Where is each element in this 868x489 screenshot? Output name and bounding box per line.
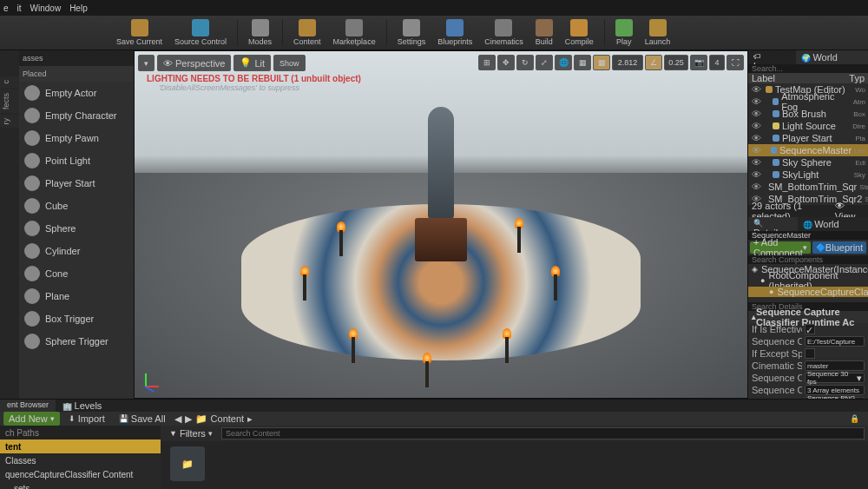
menu-file[interactable]: e xyxy=(3,3,9,13)
component-runtime[interactable]: ● SequenceCaptureClassifierRuntime xyxy=(748,287,868,297)
lit-dropdown[interactable]: 💡Lit xyxy=(233,55,271,71)
menu-bar: e it Window Help xyxy=(0,0,868,16)
actor-empty-character[interactable]: Empty Character xyxy=(19,104,134,127)
outliner-row[interactable]: 👁SM_BottomTrim_SqrStat xyxy=(748,181,868,193)
tab-levels[interactable]: 🏢 Levels xyxy=(56,400,108,412)
maximize-viewport-icon[interactable]: ⛶ xyxy=(727,55,744,70)
tab-world-outliner[interactable]: 🌍 World Outlin xyxy=(796,50,868,64)
tab-world-settings[interactable]: 🌐 World Settin xyxy=(798,217,868,231)
outliner-row[interactable]: 👁Atmospheric FogAtm xyxy=(748,96,868,108)
menu-window[interactable]: Window xyxy=(30,3,62,13)
actor-cube[interactable]: Cube xyxy=(19,195,134,217)
place-tab-placed[interactable]: Placed xyxy=(19,66,134,82)
main-toolbar: Save CurrentSource ControlModesContentMa… xyxy=(0,16,868,50)
rotate-mode-icon[interactable]: ↻ xyxy=(516,55,534,70)
surface-snap-icon[interactable]: ▦ xyxy=(574,55,591,70)
angle-snap-icon[interactable]: ∠ xyxy=(645,55,662,70)
toolbar-source-control[interactable]: Source Control xyxy=(171,17,230,50)
content-search-input[interactable] xyxy=(221,427,865,439)
source-tree-item[interactable]: Classes xyxy=(0,453,161,467)
outliner-row[interactable]: 👁Light SourceDire xyxy=(748,120,868,132)
place-tab-classes[interactable]: asses xyxy=(19,50,134,66)
actor-box-trigger[interactable]: Box Trigger xyxy=(19,307,134,330)
toolbar-settings[interactable]: Settings xyxy=(394,17,430,50)
components-search-input[interactable] xyxy=(748,255,868,264)
select-mode-icon[interactable]: ⊞ xyxy=(478,55,496,70)
lighting-rebuild-warning: LIGHTING NEEDS TO BE REBUILT (1 unbuilt … xyxy=(147,74,361,83)
menu-help[interactable]: Help xyxy=(69,3,88,13)
toolbar-cinematics[interactable]: Cinematics xyxy=(481,17,527,50)
outliner-header-type[interactable]: Typ xyxy=(849,73,865,83)
toolbar-play[interactable]: Play xyxy=(612,17,636,50)
toolbar-modes[interactable]: Modes xyxy=(245,17,275,50)
outliner-row[interactable]: 👁Sky SphereEdi xyxy=(748,156,868,169)
lock-icon[interactable]: 🔒 xyxy=(845,413,865,425)
blueprint-button[interactable]: 🔷 Blueprint xyxy=(812,241,866,254)
tab-content-browser[interactable]: ent Browser xyxy=(0,400,56,412)
save-all-button[interactable]: 💾 Save All xyxy=(114,412,171,426)
perspective-dropdown[interactable]: 👁Perspective xyxy=(157,55,231,71)
outliner-header-label[interactable]: Label xyxy=(752,73,775,83)
viewport[interactable]: ▾ 👁Perspective 💡Lit Show ⊞ ✥ ↻ ⤢ 🌐 ▦ ▦ 2… xyxy=(134,50,748,399)
path-folder-icon: 📁 xyxy=(195,413,207,425)
actor-sphere-trigger[interactable]: Sphere Trigger xyxy=(19,330,134,353)
breadcrumb-arrow-icon[interactable]: ▸ xyxy=(247,413,253,425)
path-fwd-icon[interactable]: ▶ xyxy=(185,413,192,425)
scale-mode-icon[interactable]: ⤢ xyxy=(536,55,553,70)
outliner-search-input[interactable] xyxy=(748,64,868,73)
property-value[interactable]: E:/Test/Capture xyxy=(805,336,865,347)
right-panel: 🏷 Layers 🌍 World Outlin LabelTyp 👁TestMa… xyxy=(748,50,868,399)
source-tree-item[interactable]: quenceCaptureClassifier Content xyxy=(0,467,161,481)
sources-search[interactable]: ch Paths xyxy=(0,426,161,439)
checkbox[interactable] xyxy=(805,348,815,359)
property-value[interactable]: Sequence 30 fps ▾ xyxy=(805,373,865,383)
import-button[interactable]: ⬇ Import xyxy=(63,412,110,426)
translate-mode-icon[interactable]: ✥ xyxy=(497,55,515,70)
filters-dropdown[interactable]: ▼ Filters ▾ xyxy=(164,426,218,440)
source-tree-item[interactable]: sets xyxy=(0,481,161,489)
outliner-row[interactable]: 👁SequenceMasterLev xyxy=(748,144,868,156)
outliner-row[interactable]: 👁SkyLightSky xyxy=(748,169,868,181)
add-new-button[interactable]: Add New ▾ xyxy=(3,412,60,426)
checkbox[interactable]: ✓ xyxy=(805,324,815,334)
toolbar-content[interactable]: Content xyxy=(290,17,325,50)
actor-empty-pawn[interactable]: Empty Pawn xyxy=(19,127,134,149)
actor-player-start[interactable]: Player Start xyxy=(19,172,134,195)
add-component-button[interactable]: + Add Component ▾ xyxy=(750,241,811,254)
component-root[interactable]: ● RootComponent (Inherited) xyxy=(748,274,868,287)
toolbar-save-current[interactable]: Save Current xyxy=(113,17,166,50)
mode-tab[interactable]: ry xyxy=(0,115,19,129)
grid-snap-value[interactable]: 2.812 xyxy=(612,55,643,70)
actor-cone[interactable]: Cone xyxy=(19,262,134,285)
show-dropdown[interactable]: Show xyxy=(273,55,306,71)
actor-cylinder[interactable]: Cylinder xyxy=(19,240,134,262)
outliner-row[interactable]: 👁Player StartPla xyxy=(748,132,868,144)
mode-tab[interactable]: c xyxy=(0,76,19,88)
mode-tab[interactable]: fects xyxy=(0,89,19,113)
grid-snap-icon[interactable]: ▦ xyxy=(593,55,610,70)
asset-folder[interactable]: 📁 xyxy=(166,446,209,489)
property-value[interactable]: Sequence PNG Format ▾ xyxy=(805,397,865,399)
tab-layers[interactable]: 🏷 Layers xyxy=(748,50,796,64)
toolbar-blueprints[interactable]: Blueprints xyxy=(434,17,476,50)
toolbar-launch[interactable]: Launch xyxy=(641,17,674,50)
breadcrumb-content[interactable]: Content xyxy=(211,413,245,424)
toolbar-marketplace[interactable]: Marketplace xyxy=(330,17,379,50)
actor-point-light[interactable]: Point Light xyxy=(19,149,134,172)
details-section-header[interactable]: ▴ Sequence Capture Classifier Runtime Ac xyxy=(748,311,868,323)
property-row: 0Sequence PNG Format ▾ xyxy=(748,396,868,399)
actor-sphere[interactable]: Sphere xyxy=(19,217,134,240)
camera-speed-icon[interactable]: 📷 xyxy=(690,55,707,70)
camera-speed-value[interactable]: 4 xyxy=(709,55,725,70)
toolbar-compile[interactable]: Compile xyxy=(562,17,597,50)
tab-details[interactable]: 🔍 Details xyxy=(748,217,798,231)
actor-plane[interactable]: Plane xyxy=(19,285,134,307)
source-tree-item[interactable]: tent xyxy=(0,439,161,453)
menu-edit[interactable]: it xyxy=(17,3,22,13)
angle-snap-value[interactable]: 0.25 xyxy=(664,55,688,70)
coord-space-icon[interactable]: 🌐 xyxy=(555,55,572,70)
actor-empty-actor[interactable]: Empty Actor xyxy=(19,82,134,104)
viewport-menu[interactable]: ▾ xyxy=(138,55,155,71)
toolbar-build[interactable]: Build xyxy=(532,17,556,50)
path-back-icon[interactable]: ◀ xyxy=(174,413,181,425)
